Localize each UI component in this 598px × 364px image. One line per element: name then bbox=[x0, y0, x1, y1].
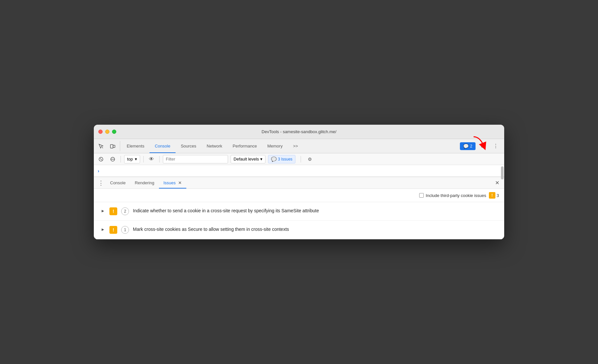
title-bar: DevTools - samesite-sandbox.glitch.me/ bbox=[94, 125, 504, 139]
issues-badge-icon: 💬 bbox=[463, 144, 469, 149]
devtools-toolbar: Elements Console Sources Network Perform… bbox=[94, 139, 504, 153]
prompt-line: › bbox=[94, 165, 504, 177]
devtools-window: DevTools - samesite-sandbox.glitch.me/ E… bbox=[94, 125, 504, 239]
issue-2-count: 1 bbox=[121, 226, 129, 234]
prompt-chevron: › bbox=[98, 168, 99, 174]
drawer-tab-rendering[interactable]: Rendering bbox=[130, 177, 159, 189]
drawer-tab-console[interactable]: Console bbox=[106, 177, 130, 189]
issue-1-count: 2 bbox=[121, 207, 129, 215]
window-title: DevTools - samesite-sandbox.glitch.me/ bbox=[262, 129, 336, 134]
tab-performance[interactable]: Performance bbox=[227, 139, 262, 153]
issues-badge-button[interactable]: 💬 2 bbox=[460, 142, 476, 150]
tab-console[interactable]: Console bbox=[150, 139, 176, 153]
main-tabs: Elements Console Sources Network Perform… bbox=[121, 139, 460, 153]
tab-more[interactable]: >> bbox=[288, 139, 303, 153]
issue-2-text: Mark cross-site cookies as Secure to all… bbox=[133, 226, 498, 233]
issues-tab-close[interactable]: ✕ bbox=[178, 180, 182, 185]
clear-console-button[interactable] bbox=[96, 155, 106, 164]
drawer: ⋮ Console Rendering Issues ✕ ✕ Include t… bbox=[94, 177, 504, 239]
tab-elements[interactable]: Elements bbox=[121, 139, 150, 153]
issues-btn-icon: 💬 bbox=[271, 157, 277, 162]
issues-filter-row: Include third-party cookie issues ! 3 bbox=[94, 189, 504, 202]
inspect-element-button[interactable] bbox=[95, 139, 107, 153]
drawer-tab-issues[interactable]: Issues ✕ bbox=[159, 177, 187, 189]
svg-rect-2 bbox=[113, 145, 115, 147]
toolbar-separator-1 bbox=[120, 141, 120, 151]
warning-icon-small: ! bbox=[489, 192, 495, 199]
issues-panel: Include third-party cookie issues ! 3 ▶ … bbox=[94, 189, 504, 239]
issue-2-expand-icon[interactable]: ▶ bbox=[100, 227, 106, 232]
svg-line-4 bbox=[100, 158, 102, 160]
scrollbar-thumb[interactable] bbox=[501, 166, 504, 179]
console-separator-2 bbox=[143, 156, 144, 162]
issues-panel-button[interactable]: 💬 3 Issues bbox=[268, 155, 295, 163]
console-separator-4 bbox=[301, 156, 301, 162]
drawer-close-button[interactable]: ✕ bbox=[492, 178, 502, 188]
minimize-button[interactable] bbox=[105, 130, 109, 134]
issue-item-2[interactable]: ▶ ! 1 Mark cross-site cookies as Secure … bbox=[94, 221, 504, 239]
console-gear-icon: ⚙ bbox=[308, 157, 312, 162]
device-toolbar-button[interactable] bbox=[107, 139, 119, 153]
block-request-button[interactable] bbox=[108, 155, 117, 164]
eye-icon: 👁 bbox=[149, 156, 154, 162]
third-party-filter-label[interactable]: Include third-party cookie issues bbox=[419, 193, 486, 198]
context-selector[interactable]: top ▾ bbox=[124, 155, 140, 163]
console-separator-3 bbox=[159, 156, 160, 162]
more-options-button[interactable]: ⋮ bbox=[490, 143, 502, 149]
svg-line-0 bbox=[102, 147, 103, 148]
issue-1-expand-icon[interactable]: ▶ bbox=[100, 208, 106, 213]
console-separator-1 bbox=[121, 156, 121, 162]
traffic-lights bbox=[98, 130, 116, 134]
console-toolbar: top ▾ 👁 Default levels ▾ 💬 3 Issues ⚙ bbox=[94, 153, 504, 165]
tab-sources[interactable]: Sources bbox=[176, 139, 202, 153]
issue-2-warning-icon: ! bbox=[109, 226, 117, 234]
console-settings-button[interactable]: ⚙ bbox=[306, 155, 315, 164]
third-party-checkbox[interactable] bbox=[419, 193, 424, 198]
issue-item-1[interactable]: ▶ ! 2 Indicate whether to send a cookie … bbox=[94, 202, 504, 221]
filter-input[interactable] bbox=[163, 155, 228, 163]
issue-1-warning-icon: ! bbox=[109, 207, 117, 215]
scrollbar[interactable] bbox=[500, 165, 504, 177]
maximize-button[interactable] bbox=[112, 130, 116, 134]
drawer-menu-button[interactable]: ⋮ bbox=[96, 178, 106, 188]
svg-rect-1 bbox=[110, 145, 113, 148]
close-button[interactable] bbox=[98, 130, 103, 134]
console-content: › bbox=[94, 165, 504, 177]
default-levels-button[interactable]: Default levels ▾ bbox=[231, 155, 265, 163]
show-log-source-button[interactable]: 👁 bbox=[147, 155, 156, 164]
toolbar-right: 💬 2 ⚙ ⋮ bbox=[460, 139, 503, 153]
tab-memory[interactable]: Memory bbox=[262, 139, 288, 153]
issue-1-text: Indicate whether to send a cookie in a c… bbox=[133, 207, 498, 214]
issues-badge-count: 2 bbox=[470, 144, 472, 148]
issues-total-count: ! 3 bbox=[489, 192, 499, 199]
tab-network[interactable]: Network bbox=[202, 139, 228, 153]
settings-button[interactable]: ⚙ bbox=[477, 143, 489, 149]
drawer-tabs: ⋮ Console Rendering Issues ✕ ✕ bbox=[94, 177, 504, 189]
